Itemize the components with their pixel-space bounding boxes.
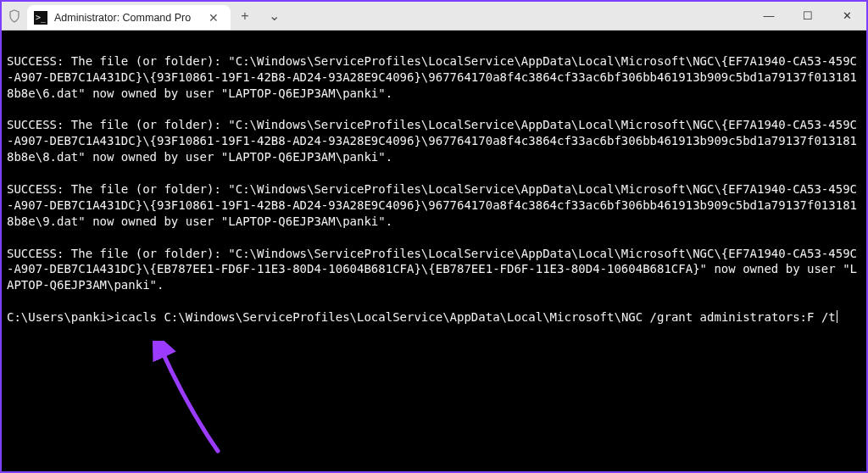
maximize-button[interactable]: ☐: [788, 2, 827, 30]
titlebar: >_ Administrator: Command Pro ✕ + ⌄ — ☐ …: [2, 2, 866, 31]
output-line: SUCCESS: The file (or folder): "C:\Windo…: [7, 118, 857, 164]
prompt: C:\Users\panki>: [7, 310, 114, 324]
close-button[interactable]: ✕: [827, 2, 866, 30]
command-input[interactable]: icacls C:\Windows\ServiceProfiles\LocalS…: [114, 310, 835, 324]
new-tab-button[interactable]: +: [231, 2, 259, 30]
cursor: [837, 310, 837, 323]
tab-active[interactable]: >_ Administrator: Command Pro ✕: [27, 5, 231, 30]
terminal-icon: >_: [34, 11, 47, 25]
window-controls: — ☐ ✕: [749, 2, 866, 30]
terminal-output[interactable]: SUCCESS: The file (or folder): "C:\Windo…: [2, 31, 866, 471]
output-line: SUCCESS: The file (or folder): "C:\Windo…: [7, 247, 857, 292]
tab-close-button[interactable]: ✕: [205, 10, 222, 25]
output-line: SUCCESS: The file (or folder): "C:\Windo…: [7, 54, 857, 100]
window: >_ Administrator: Command Pro ✕ + ⌄ — ☐ …: [0, 0, 868, 473]
tab-dropdown-button[interactable]: ⌄: [259, 2, 288, 30]
shield-icon: [2, 2, 27, 30]
output-line: SUCCESS: The file (or folder): "C:\Windo…: [7, 182, 857, 228]
tab-title: Administrator: Command Pro: [54, 12, 191, 24]
minimize-button[interactable]: —: [749, 2, 788, 30]
